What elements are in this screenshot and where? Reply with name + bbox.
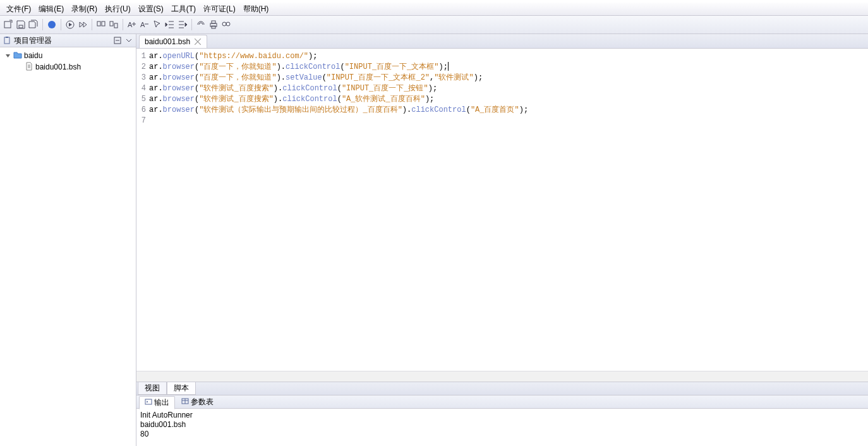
tab-view[interactable]: 视图: [138, 382, 167, 395]
cursor-select-icon[interactable]: [152, 19, 163, 30]
file-icon: [25, 62, 33, 73]
output-body[interactable]: Init AutoRunnerbaidu001.bsh80: [136, 409, 868, 446]
svg-rect-6: [114, 23, 118, 28]
editor-bottom-tabs: 视图 脚本: [136, 382, 868, 395]
code-area[interactable]: ar.openURL("https://www.baidu.com/");ar.…: [148, 49, 868, 371]
editor-tabbar: baidu001.bsh: [136, 34, 868, 49]
play-step-icon[interactable]: [77, 19, 88, 30]
save-icon[interactable]: [15, 19, 27, 30]
menubar: 文件(F) 编辑(E) 录制(R) 执行(U) 设置(S) 工具(T) 许可证(…: [0, 3, 868, 16]
svg-point-13: [226, 22, 230, 26]
menu-record[interactable]: 录制(R): [68, 3, 101, 16]
spy-icon[interactable]: [220, 19, 232, 30]
folder-icon: [13, 51, 22, 61]
find-icon[interactable]: [95, 19, 107, 30]
output-panel: 输出 参数表 Init AutoRunnerbaidu001.bsh80: [136, 395, 868, 446]
menu-help[interactable]: 帮助(H): [239, 3, 273, 16]
menu-tools[interactable]: 工具(T): [167, 3, 200, 16]
svg-point-12: [222, 22, 226, 26]
svg-rect-15: [6, 37, 8, 38]
table-icon: [181, 397, 189, 407]
svg-rect-4: [102, 21, 105, 26]
svg-text:A: A: [140, 21, 145, 28]
font-dec-icon[interactable]: A: [139, 19, 150, 30]
console-icon: [145, 398, 152, 407]
project-explorer-header: 项目管理器: [0, 34, 136, 47]
indent-right-icon[interactable]: [177, 19, 188, 30]
code-editor[interactable]: 1234567 ar.openURL("https://www.baidu.co…: [136, 49, 868, 371]
menu-edit[interactable]: 编辑(E): [35, 3, 68, 16]
save-all-icon[interactable]: [28, 19, 39, 30]
menu-file[interactable]: 文件(F): [3, 3, 35, 16]
svg-rect-10: [212, 21, 215, 23]
project-explorer-title: 项目管理器: [14, 35, 52, 46]
svg-rect-5: [110, 21, 113, 26]
toolbar: A A: [0, 16, 868, 34]
menu-settings[interactable]: 设置(S): [135, 3, 167, 16]
output-panel-header: 输出 参数表: [136, 395, 868, 409]
tree-folder-label: baidu: [24, 51, 42, 60]
svg-text:A: A: [128, 21, 133, 28]
clipboard-icon: [3, 36, 11, 45]
find-replace-icon[interactable]: [108, 19, 119, 30]
svg-rect-1: [19, 25, 23, 28]
record-icon[interactable]: [46, 19, 57, 30]
menu-run[interactable]: 执行(U): [101, 3, 135, 16]
collapse-icon[interactable]: [113, 36, 122, 45]
project-explorer: 项目管理器 baidu baidu001.bsh: [0, 34, 136, 446]
close-icon[interactable]: [194, 38, 202, 45]
editor-tab-label: baidu001.bsh: [145, 37, 190, 46]
tree-file-label: baidu001.bsh: [35, 63, 81, 71]
indent-left-icon[interactable]: [164, 19, 176, 30]
play-icon[interactable]: [64, 19, 76, 30]
line-gutter: 1234567: [136, 49, 148, 371]
tab-params[interactable]: 参数表: [176, 396, 219, 408]
tree-folder-baidu[interactable]: baidu: [0, 50, 136, 61]
link-icon[interactable]: [195, 19, 207, 30]
font-inc-icon[interactable]: A: [126, 19, 138, 30]
editor-hscroll[interactable]: [136, 371, 868, 382]
tab-script[interactable]: 脚本: [167, 382, 196, 395]
svg-rect-14: [4, 37, 9, 44]
project-tree: baidu baidu001.bsh: [0, 47, 136, 446]
tree-file-baidu001[interactable]: baidu001.bsh: [0, 61, 136, 73]
tab-output[interactable]: 输出: [139, 396, 175, 409]
new-project-icon[interactable]: [3, 19, 14, 30]
editor-tab-baidu001[interactable]: baidu001.bsh: [139, 35, 207, 48]
print-icon[interactable]: [208, 19, 219, 30]
svg-rect-3: [97, 21, 100, 26]
menu-license[interactable]: 许可证(L): [200, 3, 239, 16]
svg-rect-0: [4, 21, 11, 28]
view-menu-icon[interactable]: [124, 36, 133, 45]
twisty-open-icon[interactable]: [4, 52, 11, 59]
